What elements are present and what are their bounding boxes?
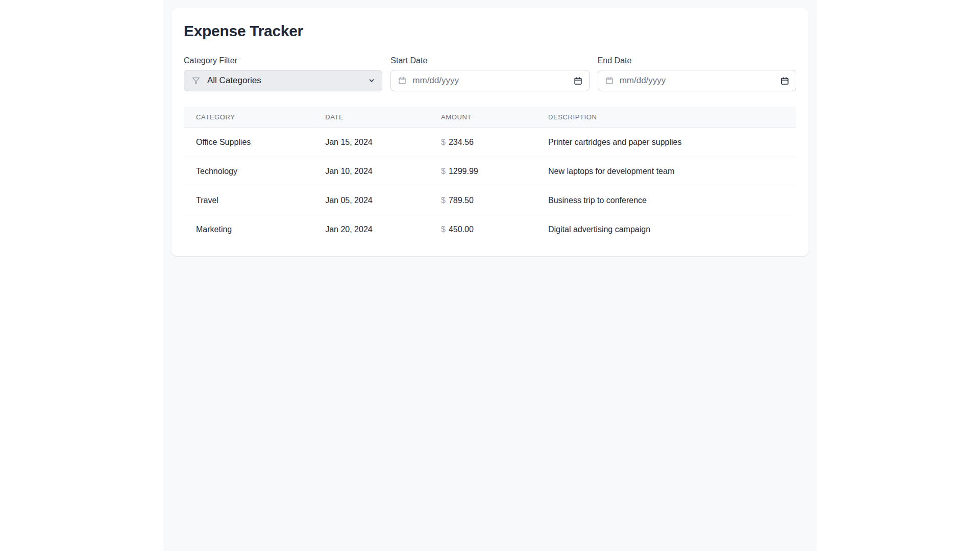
category-filter-select[interactable]: All Categories xyxy=(184,70,382,91)
chevron-down-icon xyxy=(368,77,375,84)
column-header-date: DATE xyxy=(313,107,429,128)
end-date-placeholder: mm/dd/yyyy xyxy=(620,76,666,86)
category-filter-group: Category Filter All Categories xyxy=(184,56,382,91)
start-date-group: Start Date mm/dd/yyyy xyxy=(390,56,589,91)
category-cell: Marketing xyxy=(184,215,313,244)
dollar-sign: $ xyxy=(441,225,446,234)
category-filter-value: All Categories xyxy=(207,76,261,86)
description-cell: Digital advertising campaign xyxy=(536,215,796,244)
category-cell: Technology xyxy=(184,157,313,186)
column-header-amount: AMOUNT xyxy=(429,107,536,128)
column-header-category: CATEGORY xyxy=(184,107,313,128)
calendar-icon xyxy=(605,76,614,85)
start-date-input[interactable]: mm/dd/yyyy xyxy=(390,70,589,91)
table-row: Office Supplies Jan 15, 2024 $234.56 Pri… xyxy=(184,128,796,157)
description-cell: Printer cartridges and paper supplies xyxy=(536,128,796,157)
table-row: Marketing Jan 20, 2024 $450.00 Digital a… xyxy=(184,215,796,244)
amount-cell: $789.50 xyxy=(429,186,536,215)
expense-table: CATEGORY DATE AMOUNT DESCRIPTION Office … xyxy=(184,107,796,244)
page-title: Expense Tracker xyxy=(184,22,796,40)
amount-value: 234.56 xyxy=(449,138,474,146)
dollar-sign: $ xyxy=(441,167,446,176)
date-cell: Jan 05, 2024 xyxy=(313,186,429,215)
dollar-sign: $ xyxy=(441,196,446,205)
start-date-label: Start Date xyxy=(390,56,589,65)
amount-value: 1299.99 xyxy=(449,167,478,176)
date-picker-icon[interactable] xyxy=(574,77,582,85)
category-cell: Office Supplies xyxy=(184,128,313,157)
description-cell: New laptops for development team xyxy=(536,157,796,186)
amount-cell: $450.00 xyxy=(429,215,536,244)
category-cell: Travel xyxy=(184,186,313,215)
funnel-icon xyxy=(191,76,201,86)
end-date-label: End Date xyxy=(598,56,796,65)
table-row: Travel Jan 05, 2024 $789.50 Business tri… xyxy=(184,186,796,215)
expense-tracker-card: Expense Tracker Category Filter All Cate… xyxy=(172,8,808,256)
amount-value: 789.50 xyxy=(449,196,474,205)
end-date-group: End Date mm/dd/yyyy xyxy=(598,56,796,91)
expense-table-header: CATEGORY DATE AMOUNT DESCRIPTION xyxy=(184,107,796,128)
table-row: Technology Jan 10, 2024 $1299.99 New lap… xyxy=(184,157,796,186)
date-cell: Jan 10, 2024 xyxy=(313,157,429,186)
content-panel: Expense Tracker Category Filter All Cate… xyxy=(163,0,817,551)
date-picker-icon[interactable] xyxy=(780,77,789,85)
filters-row: Category Filter All Categories xyxy=(184,56,796,91)
dollar-sign: $ xyxy=(441,138,446,146)
start-date-placeholder: mm/dd/yyyy xyxy=(412,76,459,86)
date-cell: Jan 15, 2024 xyxy=(313,128,429,157)
date-cell: Jan 20, 2024 xyxy=(313,215,429,244)
amount-cell: $234.56 xyxy=(429,128,536,157)
description-cell: Business trip to conference xyxy=(536,186,796,215)
category-filter-label: Category Filter xyxy=(184,56,382,65)
amount-cell: $1299.99 xyxy=(429,157,536,186)
calendar-icon xyxy=(398,76,407,85)
expense-table-body: Office Supplies Jan 15, 2024 $234.56 Pri… xyxy=(184,128,796,244)
column-header-description: DESCRIPTION xyxy=(536,107,796,128)
end-date-input[interactable]: mm/dd/yyyy xyxy=(598,70,796,91)
page: Expense Tracker Category Filter All Cate… xyxy=(0,0,980,551)
amount-value: 450.00 xyxy=(449,225,474,234)
